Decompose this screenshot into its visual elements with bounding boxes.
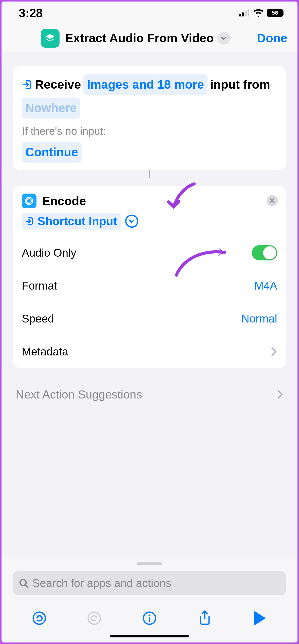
encode-action-card[interactable]: Encode Shortcut Input Audio Only: [13, 186, 286, 368]
run-button[interactable]: [252, 610, 268, 626]
status-bar: 3:28 56: [2, 2, 297, 24]
receive-action-card[interactable]: Receive Images and 18 more input from No…: [13, 66, 286, 170]
info-button[interactable]: [141, 610, 158, 626]
chevron-right-icon: [271, 347, 277, 357]
delete-action-button[interactable]: [267, 195, 278, 206]
svg-point-8: [88, 612, 100, 624]
done-button[interactable]: Done: [257, 31, 287, 45]
action-connector: [149, 170, 150, 178]
encode-input-pill[interactable]: Shortcut Input: [22, 213, 121, 230]
title-menu-button[interactable]: [217, 32, 230, 45]
receive-verb: Receive: [35, 75, 81, 94]
noinput-action-row: Continue: [22, 142, 277, 163]
action-search-panel: Search for apps and actions: [2, 558, 297, 642]
svg-point-7: [33, 612, 45, 624]
shortcut-title[interactable]: Extract Audio From Video: [65, 31, 214, 45]
battery-pct: 56: [272, 10, 278, 16]
receive-types-pill[interactable]: Images and 18 more: [83, 74, 208, 95]
svg-point-10: [148, 615, 150, 616]
undo-button[interactable]: [31, 610, 47, 626]
encode-title: Encode: [42, 194, 86, 208]
noinput-label: If there's no input:: [22, 125, 277, 137]
audio-only-toggle[interactable]: [252, 245, 277, 260]
format-row[interactable]: Format M4A: [13, 269, 286, 302]
status-time: 3:28: [19, 6, 43, 20]
svg-rect-3: [248, 9, 249, 16]
speed-row[interactable]: Speed Normal: [13, 302, 286, 335]
receive-middle: input from: [210, 75, 270, 94]
encode-disclosure-button[interactable]: [125, 215, 138, 228]
speed-label: Speed: [22, 312, 54, 325]
chevron-right-icon: [277, 389, 283, 400]
editor-canvas: Receive Images and 18 more input from No…: [2, 52, 297, 558]
encode-input-label: Shortcut Input: [38, 214, 117, 228]
receive-source-pill[interactable]: Nowhere: [22, 98, 80, 118]
search-icon: [19, 578, 29, 588]
format-value: M4A: [254, 279, 277, 292]
svg-rect-11: [149, 617, 150, 622]
encode-header: Encode Shortcut Input: [13, 186, 286, 236]
phone-frame: 3:28 56 Extract Audio From Video Done: [2, 2, 297, 642]
svg-rect-2: [245, 11, 247, 16]
redo-button[interactable]: [86, 610, 102, 626]
shortcut-app-icon[interactable]: [41, 29, 60, 48]
noinput-action-pill[interactable]: Continue: [22, 142, 82, 163]
share-button[interactable]: [197, 610, 213, 626]
audio-only-label: Audio Only: [22, 247, 76, 259]
format-label: Format: [22, 279, 57, 292]
editor-toolbar: [2, 595, 297, 635]
speed-value: Normal: [241, 312, 277, 325]
encode-app-icon: [22, 194, 36, 208]
wifi-icon: [253, 9, 264, 17]
editor-header: Extract Audio From Video Done: [2, 24, 297, 52]
input-icon: [22, 79, 32, 90]
search-placeholder: Search for apps and actions: [32, 577, 171, 590]
metadata-label: Metadata: [22, 345, 68, 358]
home-indicator[interactable]: [110, 635, 189, 637]
next-action-suggestions[interactable]: Next Action Suggestions: [16, 388, 283, 401]
metadata-row[interactable]: Metadata: [13, 335, 286, 368]
battery-icon: 56: [267, 9, 283, 17]
panel-grabber[interactable]: [137, 562, 162, 565]
receive-row: Receive Images and 18 more input from No…: [22, 74, 277, 119]
svg-rect-0: [239, 14, 241, 16]
status-indicators: 56: [239, 9, 283, 17]
suggestions-label: Next Action Suggestions: [16, 388, 142, 401]
search-input[interactable]: Search for apps and actions: [13, 571, 286, 595]
cellular-icon: [239, 9, 250, 16]
play-icon: [254, 611, 266, 626]
svg-rect-1: [242, 12, 244, 16]
audio-only-row: Audio Only: [13, 236, 286, 269]
